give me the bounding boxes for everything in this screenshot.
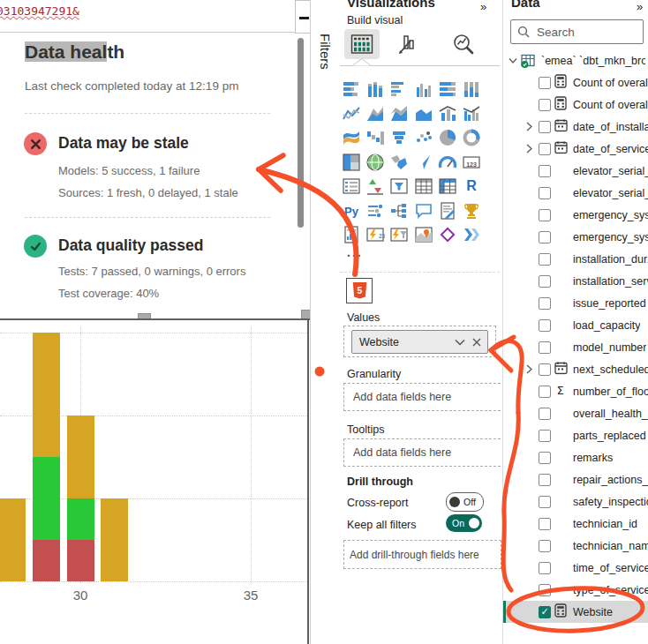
field-checkbox[interactable] bbox=[539, 253, 551, 266]
field-checkbox[interactable] bbox=[539, 408, 551, 420]
field-checkbox[interactable] bbox=[539, 319, 551, 332]
power-apps-123-icon[interactable]: 23 bbox=[365, 225, 385, 244]
field-checkbox[interactable] bbox=[539, 99, 551, 111]
field-checkbox[interactable] bbox=[539, 496, 551, 508]
tab-analytics[interactable] bbox=[446, 29, 481, 59]
remove-field-icon[interactable] bbox=[472, 338, 481, 347]
field-checkbox[interactable] bbox=[539, 584, 551, 596]
field-row-emergency_syst[interactable]: emergency_syst... bbox=[503, 204, 648, 226]
slicer-icon[interactable] bbox=[389, 176, 409, 196]
stacked-column-chart-visual[interactable]: 3035 bbox=[0, 318, 310, 644]
field-row-website[interactable]: ✓Website bbox=[503, 601, 648, 623]
power-apps-icon[interactable] bbox=[438, 225, 457, 244]
power-automate-filter-icon[interactable] bbox=[389, 225, 409, 244]
more-visuals-ellipsis[interactable]: ... bbox=[347, 245, 363, 259]
filled-map-icon[interactable] bbox=[389, 153, 409, 172]
search-input[interactable] bbox=[535, 25, 643, 40]
field-checkbox[interactable] bbox=[539, 363, 551, 376]
key-influencers-icon[interactable] bbox=[365, 201, 385, 221]
bar-segment-gold[interactable] bbox=[33, 333, 60, 457]
paginated-report-icon[interactable] bbox=[342, 225, 361, 244]
field-checkbox[interactable] bbox=[539, 474, 551, 486]
field-row-countofoveral[interactable]: Count of overal... bbox=[503, 94, 648, 116]
funnel-chart-icon[interactable] bbox=[389, 128, 409, 147]
field-row-repair_actions_t[interactable]: repair_actions_t... bbox=[503, 468, 648, 490]
field-row-safety_inspectio[interactable]: safety_inspectio... bbox=[503, 490, 648, 513]
ribbon-chart-icon[interactable] bbox=[342, 128, 361, 147]
field-checkbox[interactable] bbox=[539, 518, 551, 530]
field-row-technician_id[interactable]: technician_id bbox=[503, 513, 648, 535]
stacked-area-chart-icon[interactable] bbox=[389, 104, 409, 124]
map-icon[interactable] bbox=[365, 153, 385, 172]
100-stacked-column-chart-icon[interactable] bbox=[462, 79, 481, 99]
field-checkbox[interactable] bbox=[539, 209, 551, 221]
field-checkbox[interactable] bbox=[539, 121, 551, 133]
field-row-elevator_serial_[interactable]: elevator_serial_... bbox=[503, 160, 648, 182]
html-content-visual-icon[interactable]: 5 bbox=[346, 278, 373, 303]
field-checkbox[interactable] bbox=[539, 187, 551, 199]
field-checkbox[interactable] bbox=[539, 165, 551, 177]
bar-segment-green[interactable] bbox=[33, 457, 60, 540]
line-and-clustered-column-chart-icon[interactable] bbox=[462, 104, 481, 124]
power-automate-icon[interactable] bbox=[462, 225, 481, 244]
field-row-time_of_service[interactable]: time_of_service bbox=[503, 557, 648, 579]
field-row-countofoveral[interactable]: Count of overal... bbox=[503, 71, 648, 94]
stacked-bar-chart-icon[interactable] bbox=[342, 79, 361, 99]
q-and-a-icon[interactable] bbox=[414, 201, 433, 221]
field-checkbox[interactable] bbox=[539, 231, 551, 243]
field-checkbox[interactable] bbox=[539, 430, 551, 442]
area-chart-icon[interactable] bbox=[365, 104, 385, 124]
matrix-icon[interactable] bbox=[438, 176, 457, 196]
pie-chart-icon[interactable] bbox=[438, 128, 457, 147]
filters-pane-collapsed[interactable]: Filters bbox=[310, 0, 342, 644]
values-field-well[interactable]: Website bbox=[343, 326, 496, 357]
bar-segment-gold[interactable] bbox=[101, 498, 128, 581]
field-row-parts_replaced[interactable]: parts_replaced bbox=[503, 424, 648, 446]
field-row-next_scheduled[interactable]: next_scheduled... bbox=[503, 358, 648, 380]
field-row-load_capacity[interactable]: load_capacity bbox=[503, 314, 648, 336]
metrics-icon[interactable] bbox=[462, 201, 481, 221]
field-row-overall_health_c[interactable]: overall_health_c... bbox=[503, 402, 648, 424]
multi-row-card-icon[interactable] bbox=[342, 176, 361, 196]
scatter-chart-icon[interactable] bbox=[414, 128, 433, 147]
field-checkbox[interactable] bbox=[539, 297, 551, 310]
field-row-technician_name[interactable]: technician_name bbox=[503, 535, 648, 557]
search-box[interactable] bbox=[510, 19, 644, 44]
table-icon[interactable] bbox=[414, 176, 433, 196]
expand-chevron-icon[interactable] bbox=[526, 141, 532, 157]
waterfall-chart-icon[interactable] bbox=[365, 128, 385, 147]
url-fragment-text[interactable]: 03103947291& bbox=[0, 4, 79, 18]
expand-chevron-icon[interactable] bbox=[526, 362, 532, 378]
card-scrollbar[interactable] bbox=[298, 38, 304, 228]
expand-chevron-icon[interactable] bbox=[526, 119, 532, 135]
clustered-column-chart-icon[interactable] bbox=[414, 79, 433, 99]
field-row-date_of_installa[interactable]: date_of_installa... bbox=[503, 116, 648, 138]
field-row-remarks[interactable]: remarks bbox=[503, 446, 648, 468]
python-visual-icon[interactable]: Py bbox=[342, 201, 361, 221]
field-row-emergency_syst[interactable]: emergency_syst... bbox=[503, 226, 648, 248]
r-script-visual-icon[interactable]: R bbox=[462, 176, 481, 196]
field-checkbox[interactable]: ✓ bbox=[539, 606, 551, 618]
field-checkbox[interactable] bbox=[539, 562, 551, 574]
treemap-icon[interactable] bbox=[342, 153, 361, 172]
decomposition-tree-icon[interactable] bbox=[389, 201, 409, 221]
collapse-pane-icon[interactable]: » bbox=[637, 0, 643, 13]
bar-segment-gold[interactable] bbox=[0, 498, 26, 581]
field-row-type_of_service[interactable]: type_of_service bbox=[503, 579, 648, 601]
field-checkbox[interactable] bbox=[539, 540, 551, 552]
field-checkbox[interactable] bbox=[539, 452, 551, 464]
bar-segment-gold[interactable] bbox=[67, 416, 94, 498]
bar-segment-red[interactable] bbox=[67, 540, 94, 581]
field-row-elevator_serial_[interactable]: elevator_serial_... bbox=[503, 182, 648, 204]
clustered-bar-chart-icon[interactable] bbox=[389, 79, 409, 99]
bar-segment-red[interactable] bbox=[33, 540, 60, 581]
line-chart-icon[interactable] bbox=[342, 104, 361, 124]
field-checkbox[interactable] bbox=[539, 386, 551, 398]
field-row-date_of_service[interactable]: date_of_service bbox=[503, 138, 648, 160]
field-checkbox[interactable] bbox=[539, 143, 551, 155]
tooltips-field-well[interactable]: Add data fields here bbox=[343, 438, 505, 467]
gauge-icon[interactable] bbox=[438, 153, 457, 172]
keep-all-filters-toggle[interactable]: On bbox=[446, 514, 482, 532]
field-row-issue_reported[interactable]: issue_reported bbox=[503, 292, 648, 314]
field-checkbox[interactable] bbox=[539, 275, 551, 288]
